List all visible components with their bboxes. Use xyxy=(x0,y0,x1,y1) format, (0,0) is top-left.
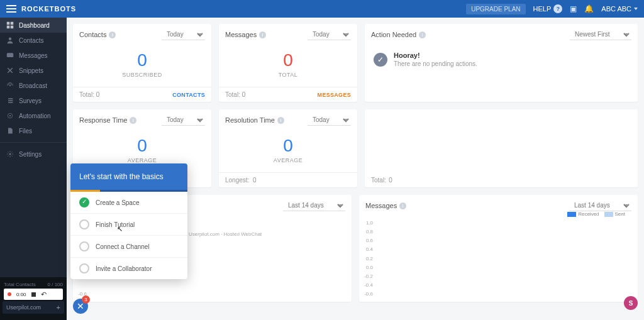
sidebar-label: Contacts xyxy=(19,37,43,44)
svg-point-9 xyxy=(9,153,11,155)
period-select[interactable]: Today xyxy=(308,29,351,40)
info-icon[interactable]: i xyxy=(130,117,136,124)
help-link[interactable]: HELP ? xyxy=(533,4,563,13)
check-icon: ✓ xyxy=(374,53,387,67)
y-axis: 1.0 0.8 0.6 0.4 0.2 0.0 -0.2 -0.4 -0.6 xyxy=(362,220,373,297)
onboarding-popover: Let's start with the basics Create a Spa… xyxy=(70,163,187,279)
legend-swatch-sent xyxy=(604,212,613,217)
period-select[interactable]: Today xyxy=(162,29,205,40)
card-title: Contacts xyxy=(79,31,106,38)
sidebar-item-contacts[interactable]: Contacts xyxy=(0,33,67,48)
longest-value: 0 xyxy=(253,177,257,184)
browser-tab[interactable]: Userpilot.com + xyxy=(3,301,64,314)
contacts-link[interactable]: CONTACTS xyxy=(172,92,205,98)
sidebar-item-surveys[interactable]: Surveys xyxy=(0,93,67,108)
period-select[interactable]: Newest First xyxy=(570,29,631,40)
sidebar-item-dashboard[interactable]: Dashboard xyxy=(0,18,67,33)
user-icon xyxy=(6,36,14,44)
action-total-card: Total: 0 xyxy=(365,109,638,187)
user-menu[interactable]: ABC ABC xyxy=(601,5,638,13)
window-icon[interactable]: ▣ xyxy=(570,4,577,13)
card-title: Action Needed xyxy=(371,31,416,38)
chevron-down-icon xyxy=(634,8,638,10)
messages-label: TOTAL xyxy=(219,72,357,78)
info-icon[interactable]: i xyxy=(109,31,116,38)
onboarding-progress xyxy=(70,190,187,192)
sidebar-label: Snippets xyxy=(19,67,43,74)
onboarding-item-finish-tutorial[interactable]: Finish Tutorial xyxy=(70,214,187,236)
period-select[interactable]: Last 14 days xyxy=(283,200,345,211)
brand-logo: ROCKETBOTS xyxy=(21,5,76,13)
response-label: AVERAGE xyxy=(73,157,211,163)
rec-time: 0:00 xyxy=(16,292,26,297)
check-icon xyxy=(79,241,89,251)
sidebar-item-files[interactable]: Files xyxy=(0,123,67,138)
svg-point-4 xyxy=(9,38,12,41)
help-icon: ? xyxy=(553,4,562,13)
sidebar-footer: Total Contacts 0 / 100 0:00 ↶ Userpilot.… xyxy=(0,277,67,320)
message-icon xyxy=(6,52,14,59)
info-icon[interactable]: i xyxy=(419,31,426,38)
sidebar-label: Broadcast xyxy=(19,82,47,89)
sidebar-item-messages[interactable]: Messages xyxy=(0,48,67,63)
messages-link[interactable]: MESSAGES xyxy=(318,92,351,98)
info-icon[interactable]: i xyxy=(277,117,284,124)
svg-rect-5 xyxy=(7,53,14,57)
footer-label: Total: xyxy=(79,91,94,98)
chart-legend: Received Sent xyxy=(567,211,625,217)
footer-value: 0 xyxy=(389,177,392,184)
onboarding-item-invite-collaborator[interactable]: Invite a Collaborator xyxy=(70,258,187,279)
footer-label: Total: xyxy=(225,91,240,98)
footer-label: Total: xyxy=(371,177,386,184)
info-icon[interactable]: i xyxy=(399,202,406,209)
onboarding-item-connect-channel[interactable]: Connect a Channel xyxy=(70,236,187,258)
onboarding-item-create-space[interactable]: Create a Space xyxy=(70,192,187,214)
sidebar-item-broadcast[interactable]: Broadcast xyxy=(0,78,67,93)
onboarding-label: Invite a Collaborator xyxy=(96,265,152,272)
footer-value: 0 xyxy=(96,91,100,98)
sidebar-label: Surveys xyxy=(19,97,42,104)
info-icon[interactable]: i xyxy=(259,31,266,38)
sidebar-label: Automation xyxy=(19,113,51,119)
record-icon xyxy=(8,292,11,296)
fab-button[interactable]: S xyxy=(624,296,638,310)
list-icon xyxy=(6,97,14,104)
sidebar-label: Settings xyxy=(19,151,42,158)
resolution-time-card: Resolution Time i Today 0 AVERAGE Longes… xyxy=(219,109,357,187)
svg-rect-3 xyxy=(11,26,14,29)
onboarding-label: Finish Tutorial xyxy=(96,221,135,228)
sidebar: Dashboard Contacts Messages Snippets Bro… xyxy=(0,18,67,320)
action-needed-card: Action Needed i Newest First ✓ Hooray! T… xyxy=(365,24,638,102)
onboarding-header: Let's start with the basics xyxy=(70,163,187,190)
sidebar-label: Messages xyxy=(19,52,48,59)
contacts-value: 0 xyxy=(73,50,211,70)
sidebar-label: Files xyxy=(19,128,32,135)
messages-chart-card: Messages i Last 14 days Received Sent 1.… xyxy=(359,195,638,302)
period-select[interactable]: Today xyxy=(308,114,351,126)
help-label: HELP xyxy=(533,5,552,13)
sidebar-item-automation[interactable]: Automation xyxy=(0,108,67,123)
bell-icon[interactable]: 🔔 xyxy=(584,4,594,13)
file-icon xyxy=(6,127,14,135)
recording-controls[interactable]: 0:00 ↶ xyxy=(4,289,63,300)
resolution-label: AVERAGE xyxy=(219,157,357,163)
gear-icon xyxy=(6,150,14,158)
onboarding-label: Connect a Channel xyxy=(96,243,150,250)
sidebar-item-snippets[interactable]: Snippets xyxy=(0,63,67,78)
check-icon xyxy=(79,263,89,273)
stop-icon[interactable] xyxy=(31,292,36,297)
user-name: ABC ABC xyxy=(601,5,631,13)
period-select[interactable]: Today xyxy=(162,114,205,126)
card-title: Messages xyxy=(365,202,397,209)
sidebar-label: Dashboard xyxy=(19,22,50,29)
undo-icon[interactable]: ↶ xyxy=(41,290,47,299)
total-contacts-value: 0 / 100 xyxy=(48,282,63,287)
svg-point-6 xyxy=(9,85,11,86)
upgrade-plan-button[interactable]: UPGRADE PLAN xyxy=(466,4,525,14)
hamburger-icon[interactable] xyxy=(6,5,16,13)
sidebar-item-settings[interactable]: Settings xyxy=(0,146,67,162)
watermark: Userpilot.com · Hosted WebChat xyxy=(189,231,262,237)
onboarding-label: Create a Space xyxy=(96,199,140,206)
period-select[interactable]: Last 14 days xyxy=(569,200,631,211)
plus-icon[interactable]: + xyxy=(57,304,60,311)
